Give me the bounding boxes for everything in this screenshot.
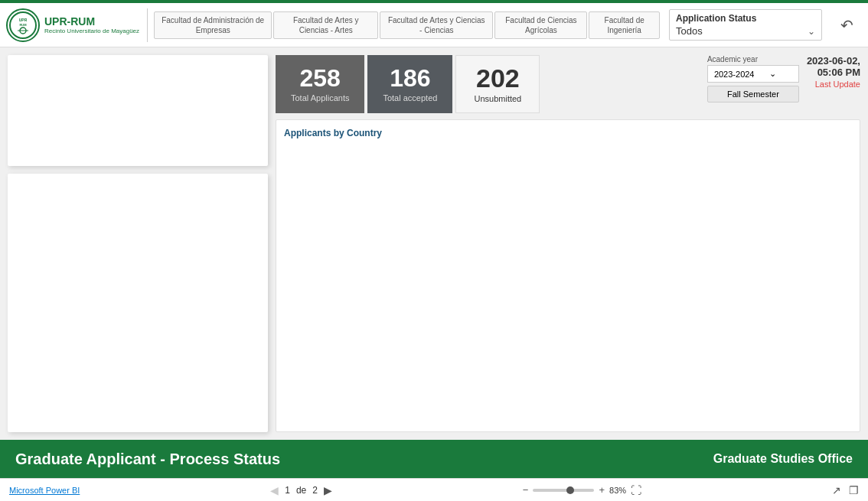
zoom-in-icon[interactable]: + (599, 484, 605, 496)
academic-year-box: Academic year 2023-2024 ⌄ Fall Semester (707, 55, 799, 102)
academic-year-value: 2023-2024 (714, 70, 755, 79)
academic-year-label: Academic year (707, 55, 799, 63)
nav-tab-empresas[interactable]: Facultad de Administración de Empresas (154, 11, 272, 39)
powerbi-link[interactable]: Microsoft Power BI (9, 486, 80, 495)
main-content: 258 Total Applicants 186 Total accepted … (0, 47, 868, 440)
unsubmitted-label: Unsubmitted (474, 94, 521, 103)
page-prev-icon[interactable]: ◀ (270, 484, 279, 496)
pagination: ◀ 1 de 2 ▶ (270, 484, 332, 496)
total-accepted-card: 186 Total accepted (367, 55, 452, 113)
country-chart: Applicants by Country (276, 119, 860, 432)
footer-banner: Graduate Applicant - Process Status Grad… (0, 440, 868, 478)
logo-sub: Recinto Universitario de Mayagüez (44, 28, 139, 35)
stats-row: 258 Total Applicants 186 Total accepted … (276, 55, 540, 113)
app-status-dropdown[interactable]: Application Status Todos ⌄ (669, 9, 822, 41)
last-update-label: Last Update (815, 80, 860, 89)
footer-title: Graduate Applicant - Process Status (15, 451, 280, 468)
zoom-thumb[interactable] (566, 486, 574, 494)
unsubmitted-number: 202 (476, 65, 520, 91)
logo-icon: UPR RUM (6, 8, 40, 42)
left-card-top (8, 55, 268, 166)
total-accepted-label: Total accepted (383, 93, 437, 102)
app-status-value: Todos (676, 25, 703, 37)
page-current: 1 (285, 485, 290, 496)
nav-tab-ingenieria[interactable]: Facultad de Ingeniería (589, 11, 660, 39)
chart-title-prefix: Applicants (284, 128, 331, 138)
fullscreen-icon[interactable]: ❐ (849, 484, 859, 496)
date-area: 2023-06-02,05:06 PM Last Update (807, 55, 860, 89)
share-icon[interactable]: ↗ (832, 484, 841, 496)
nav-tabs: Facultad de Administración de Empresas F… (154, 11, 660, 39)
page-total: 2 (312, 485, 318, 496)
app-status-select[interactable]: Todos ⌄ (676, 25, 815, 37)
semester-button[interactable]: Fall Semester (707, 86, 799, 102)
zoom-track[interactable] (533, 489, 594, 492)
academic-year-chevron-icon: ⌄ (769, 69, 776, 79)
right-column: 258 Total Applicants 186 Total accepted … (276, 55, 860, 432)
controls-top-row: Academic year 2023-2024 ⌄ Fall Semester … (707, 55, 860, 102)
total-accepted-number: 186 (390, 66, 430, 90)
back-button[interactable]: ↶ (831, 10, 862, 41)
total-applicants-number: 258 (300, 66, 341, 90)
fit-page-icon[interactable]: ⛶ (631, 484, 641, 496)
page-separator: de (296, 485, 306, 496)
controls-right: Academic year 2023-2024 ⌄ Fall Semester … (684, 55, 860, 102)
chevron-down-icon: ⌄ (808, 26, 815, 37)
total-applicants-card: 258 Total Applicants (276, 55, 364, 113)
zoom-percent: 83% (609, 486, 626, 495)
top-bar: UPR RUM UPR-RUM Recinto Universitario de… (0, 0, 868, 47)
bottom-right-icons: ↗ ❐ (832, 484, 859, 496)
chart-title-suffix: by Country (331, 128, 382, 138)
left-card-bottom (8, 174, 268, 432)
app-status-label: Application Status (676, 13, 815, 24)
zoom-bar: − + 83% ⛶ (523, 484, 641, 496)
country-chart-title: Applicants by Country (284, 128, 852, 138)
logo-main: UPR-RUM (44, 15, 139, 28)
logo-text: UPR-RUM Recinto Universitario de Mayagüe… (44, 15, 139, 35)
nav-tab-artes-ciencias[interactable]: Facultad de Artes y Ciencias - Ciencias (380, 11, 493, 39)
zoom-out-icon[interactable]: − (523, 484, 529, 496)
logo-area: UPR RUM UPR-RUM Recinto Universitario de… (6, 8, 148, 42)
academic-year-select[interactable]: 2023-2024 ⌄ (707, 65, 799, 83)
nav-tab-artes-artes[interactable]: Facultad de Artes y Ciencias - Artes (273, 11, 378, 39)
nav-tab-agricolas[interactable]: Facultad de Ciencias Agrícolas (494, 11, 587, 39)
date-text: 2023-06-02,05:06 PM (807, 55, 860, 78)
footer-office: Graduate Studies Office (713, 452, 853, 466)
bottom-bar: Microsoft Power BI ◀ 1 de 2 ▶ − + 83% ⛶ … (0, 478, 868, 501)
unsubmitted-card: 202 Unsubmitted (455, 55, 540, 113)
total-applicants-label: Total Applicants (291, 93, 349, 102)
svg-text:RUM: RUM (19, 23, 27, 27)
stats-controls-row: 258 Total Applicants 186 Total accepted … (276, 55, 860, 113)
left-column (8, 55, 268, 432)
page-next-icon[interactable]: ▶ (324, 484, 332, 496)
svg-text:UPR: UPR (19, 18, 28, 22)
